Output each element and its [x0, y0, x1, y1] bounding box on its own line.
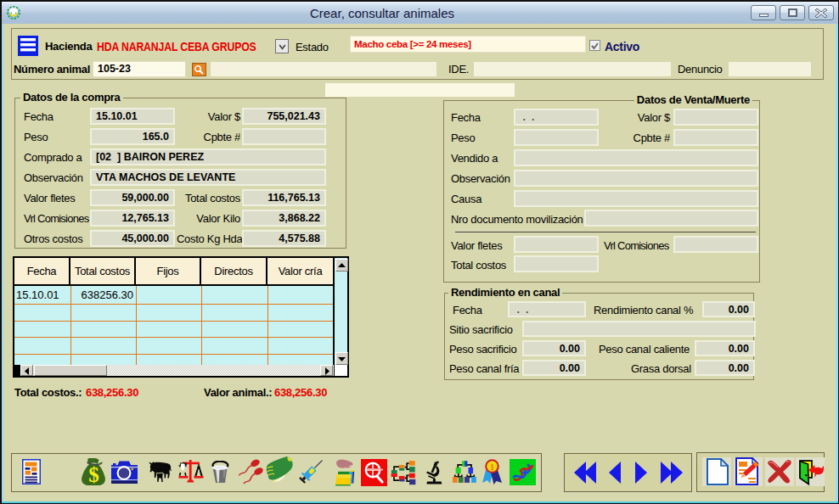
svg-text:1: 1 [490, 462, 495, 472]
svg-text:$: $ [88, 463, 99, 486]
